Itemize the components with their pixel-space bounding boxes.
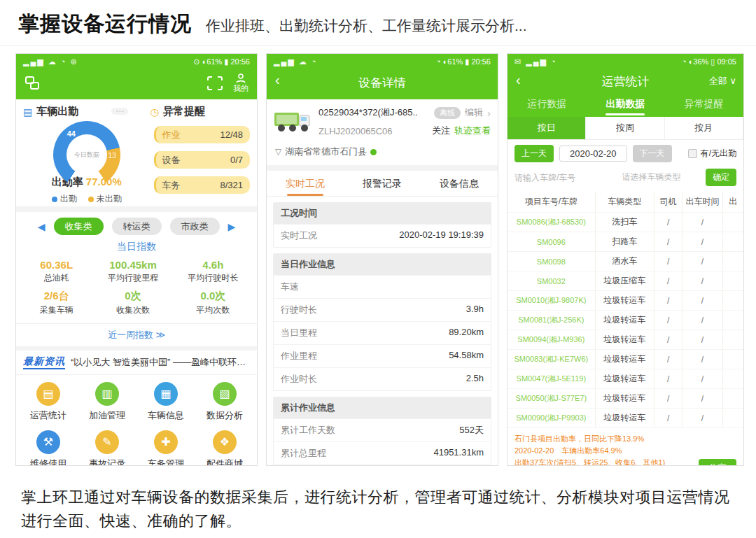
out-time-value: / <box>682 330 722 349</box>
vehicle-type: 垃圾转运车 <box>595 291 654 310</box>
category-tab[interactable]: 市政类 <box>170 218 220 235</box>
app-icon: ▥ <box>95 382 119 406</box>
plate-search-input[interactable] <box>514 173 597 183</box>
person-marker-icon <box>370 149 377 155</box>
tab-realtime-status[interactable]: 实时工况 <box>267 171 344 196</box>
app-icon: ✚ <box>154 430 178 454</box>
app-grid-item[interactable]: ✚ 车务管理 <box>136 430 195 466</box>
alert-value: 8/321 <box>220 180 243 190</box>
vehicle-id: SM0081(湘J-256K) <box>507 311 595 330</box>
app-label: 车辆信息 <box>136 409 195 422</box>
follow-button[interactable]: 关注 <box>432 125 450 137</box>
alert-pill[interactable]: 设备 0/7 <box>154 151 250 169</box>
stat-value: 100.45km <box>91 259 174 271</box>
status-bar: ▂▄▆ ☁ ◔ ◔ ◐61% ▮ 20:56 <box>267 54 498 69</box>
legend-item: 出勤 <box>52 193 77 205</box>
track-view-link[interactable]: 轨迹查看 <box>454 125 491 137</box>
prev-day-button[interactable]: 上一天 <box>514 145 554 162</box>
row-value: 2.5h <box>466 373 484 385</box>
app-grid-item[interactable]: ▧ 数据分析 <box>195 382 254 422</box>
scan-icon[interactable] <box>206 76 223 91</box>
app-grid-item[interactable]: ▤ 运营统计 <box>19 382 78 422</box>
tab-device-info[interactable]: 设备信息 <box>421 171 498 196</box>
app-label: 事故记录 <box>78 458 136 466</box>
stat-label: 平均行驶时长 <box>175 272 251 284</box>
alert-pill[interactable]: 车务 8/321 <box>154 176 250 194</box>
vehicle-type: 垃圾转运车 <box>595 330 654 349</box>
legend-label: 出勤 <box>60 193 77 205</box>
table-row[interactable]: SM0083(湘J-KE7W6) 垃圾转运车 / / <box>507 350 743 369</box>
app-icon: ❖ <box>213 430 237 454</box>
app-icon: ▦ <box>154 382 178 406</box>
table-row[interactable]: SM0050(湘J-S77E7) 垃圾转运车 / / <box>507 389 743 409</box>
table-row[interactable]: SM0086(湘J-68530) 洗扫车 / / <box>507 213 743 232</box>
next-category-icon[interactable]: ▶ <box>228 221 236 232</box>
attendance-filter-checkbox[interactable] <box>688 149 697 158</box>
driver-value: / <box>654 369 682 388</box>
table-row[interactable]: SM0047(湘J-5E119) 垃圾转运车 / / <box>507 369 743 389</box>
person-icon <box>235 73 246 83</box>
table-row[interactable]: SM0096 扫路车 / / <box>507 232 743 252</box>
table-row[interactable]: SM0098 洒水车 / / <box>507 252 743 271</box>
tab-running-data[interactable]: 运行数据 <box>507 92 586 117</box>
vehicle-type-select[interactable]: 请选择车辆类型 <box>603 171 700 183</box>
app-label: 配件商城 <box>195 458 254 466</box>
app-grid-item[interactable]: ▥ 加油管理 <box>78 382 136 422</box>
app-grid-item[interactable]: ✎ 事故记录 <box>78 430 136 466</box>
table-row[interactable]: SM0081(湘J-256K) 垃圾转运车 / / <box>507 311 743 330</box>
tab-alarm-records[interactable]: 报警记录 <box>344 171 421 196</box>
status-bar: ▂▄▆ ☁ ◔ ⊛ ⊙ ◐61% ▮ 20:56 <box>16 54 257 69</box>
week-index-link[interactable]: 近一周指数 ≫ <box>16 323 257 346</box>
category-tab[interactable]: 收集类 <box>54 218 104 235</box>
period-by-month[interactable]: 按月 <box>665 117 743 139</box>
stat-cell: 2/6台 采集车辆 <box>22 290 91 316</box>
attendance-donut-chart: 44 13 今日数据 <box>52 121 122 181</box>
table-row[interactable]: SM0010(湘J-9807K) 垃圾转运车 / / <box>507 291 743 311</box>
period-by-day[interactable]: 按日 <box>507 117 586 139</box>
driver-value: / <box>654 389 682 408</box>
more-options-button[interactable]: ⋯ <box>111 108 128 115</box>
edit-button[interactable]: 编辑 <box>465 106 483 119</box>
next-day-button[interactable]: 下一天 <box>633 145 672 162</box>
attendance-card-title: 车辆出勤 <box>36 105 78 118</box>
vehicle-type: 扫路车 <box>595 232 654 251</box>
tab-abnormal-alerts[interactable]: 异常提醒 <box>665 92 743 117</box>
info-row: 实时工况2020-02-19 19:19:39 <box>274 224 491 247</box>
section-title: 累计作业信息 <box>274 397 491 418</box>
stat-label: 平均次数 <box>175 304 251 316</box>
section-title: 当日作业信息 <box>274 254 491 275</box>
news-bar[interactable]: 最新资讯 “以小见大 智造美丽中国” ——盈峰中联环境... <box>16 346 257 375</box>
info-section: 当日作业信息 车速行驶时长3.9h当日里程89.20km作业里程54.58km作… <box>273 253 491 391</box>
workbench-switch-icon[interactable] <box>24 76 41 91</box>
share-button[interactable]: 分享 <box>699 459 736 466</box>
phone-screenshots-row: ▂▄▆ ☁ ◔ ⊛ ⊙ ◐61% ▮ 20:56 我的 <box>15 53 741 466</box>
row-label: 行驶时长 <box>281 304 317 316</box>
period-by-week[interactable]: 按周 <box>586 117 664 139</box>
out-time-value: / <box>682 389 722 408</box>
col-return-time-cut: 出 <box>722 192 743 212</box>
app-grid-item[interactable]: ⚒ 维修使用 <box>19 430 78 466</box>
back-icon[interactable]: ‹ <box>516 72 521 88</box>
table-row[interactable]: SM0094(湘J-M936) 垃圾转运车 / / <box>507 330 743 350</box>
vehicle-type: 垃圾压缩车 <box>595 271 654 290</box>
back-icon[interactable]: ‹ <box>275 72 280 88</box>
app-grid-item[interactable]: ▦ 车辆信息 <box>136 382 195 422</box>
date-picker[interactable]: 2020-02-20 <box>559 146 627 162</box>
chevron-right-icon[interactable]: › <box>487 107 491 119</box>
table-row[interactable]: SM0090(湘J-P9903) 垃圾转运车 / / <box>507 409 743 428</box>
all-filter-dropdown[interactable]: 全部 ∨ <box>709 75 736 87</box>
table-row[interactable]: SM0032 垃圾压缩车 / / <box>507 271 743 291</box>
offline-status-badge: 离线 <box>434 107 461 119</box>
info-row: 当日里程89.20km <box>274 321 491 344</box>
app-grid-item[interactable]: ❖ 配件商城 <box>195 430 254 466</box>
alerts-card-title: 异常提醒 <box>163 105 205 118</box>
my-profile-button[interactable]: 我的 <box>233 73 248 92</box>
daily-stats-grid: 60.36L 总油耗 100.45km 平均行驶里程 4.6h 平均行驶时长 2… <box>16 256 257 323</box>
confirm-button[interactable]: 确定 <box>706 169 736 186</box>
alert-pill[interactable]: 作业 12/48 <box>154 126 250 143</box>
info-row: 累计工作天数552天 <box>274 418 491 441</box>
category-tab[interactable]: 转运类 <box>112 218 162 235</box>
tab-attendance-data[interactable]: 出勤数据 <box>586 92 664 117</box>
vehicle-id: SM0086(湘J-68530) <box>507 213 595 232</box>
prev-category-icon[interactable]: ◀ <box>38 221 46 232</box>
